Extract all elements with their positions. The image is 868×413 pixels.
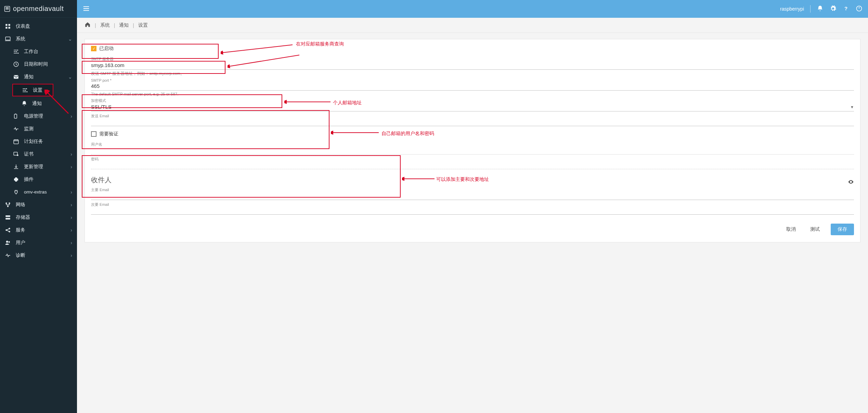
power-icon[interactable] xyxy=(856,5,863,13)
svg-rect-6 xyxy=(9,27,10,28)
sidebar-item-notify2[interactable]: 通知 xyxy=(0,97,77,110)
send-email-field[interactable]: 发送 Email xyxy=(91,113,854,126)
password-field[interactable]: 密码 xyxy=(91,156,854,169)
svg-rect-20 xyxy=(14,152,17,155)
sidebar-item-schedule[interactable]: 计划任务 xyxy=(0,135,77,148)
svg-point-24 xyxy=(7,205,9,207)
smtp-port-field[interactable]: SMTP port * 465 The default SMTP mail se… xyxy=(91,78,854,96)
chevron-right-icon: › xyxy=(70,253,72,258)
sidebar-item-notify[interactable]: 通知 ⌄ xyxy=(0,70,77,83)
form-panel: ✓ 已启动 SMTP 服务器 smyp.163.com 发送 SMTP 服务器地… xyxy=(85,39,860,242)
svg-rect-8 xyxy=(5,40,11,41)
sidebar-item-monitor[interactable]: 监测 xyxy=(0,122,77,135)
main: raspberrypi ? | 系统 | 通知 | 设置 ✓ 已启动 SMTP … xyxy=(77,0,868,413)
auth-label: 需要验证 xyxy=(99,131,118,137)
sidebar-item-services[interactable]: 服务 › xyxy=(0,224,77,236)
password-input[interactable] xyxy=(91,162,854,169)
sidebar-item-storage[interactable]: 存储器 › xyxy=(0,211,77,224)
svg-rect-17 xyxy=(14,114,17,118)
username-input[interactable] xyxy=(91,147,854,155)
laptop-icon xyxy=(5,36,11,42)
sidebar-item-cert[interactable]: 证书 › xyxy=(0,148,77,160)
svg-rect-18 xyxy=(15,114,16,114)
sidebar-item-label: 设置 xyxy=(33,87,42,93)
svg-rect-19 xyxy=(14,139,18,144)
sidebar-item-dashboard[interactable]: 仪表盘 xyxy=(0,20,77,32)
primary-email-input[interactable] xyxy=(91,192,854,200)
field-label: SMTP 服务器 xyxy=(91,56,854,62)
sidebar-item-diag[interactable]: 诊断 › xyxy=(0,249,77,262)
divider xyxy=(810,5,811,13)
bell-icon xyxy=(21,101,27,107)
send-email-input[interactable] xyxy=(91,119,854,126)
username-field[interactable]: 用户名 xyxy=(91,141,854,155)
crumb-system[interactable]: 系统 xyxy=(100,22,110,28)
enabled-label: 已启动 xyxy=(99,45,114,52)
checkbox-empty-icon[interactable] xyxy=(91,131,96,137)
svg-point-16 xyxy=(27,91,28,92)
primary-email-field[interactable]: 主要 Email xyxy=(91,187,854,200)
svg-point-30 xyxy=(6,241,8,243)
secondary-email-field[interactable]: 次要 Email xyxy=(91,201,854,215)
svg-point-21 xyxy=(17,154,18,156)
sidebar-item-network[interactable]: 网络 › xyxy=(0,198,77,211)
hamburger-icon[interactable] xyxy=(82,5,90,13)
sidebar-item-datetime[interactable]: 日期和时间 xyxy=(0,58,77,70)
secondary-email-input[interactable] xyxy=(91,207,854,215)
sidebar-item-label: 证书 xyxy=(24,151,34,157)
field-label: 主要 Email xyxy=(91,187,854,192)
gear-icon[interactable] xyxy=(830,5,837,13)
sidebar-item-label: 仪表盘 xyxy=(16,23,30,29)
users-icon xyxy=(5,240,11,246)
sidebar-item-label: 电源管理 xyxy=(24,113,43,119)
mail-icon xyxy=(13,74,19,80)
sidebar-item-label: 用户 xyxy=(16,240,25,246)
topbar: raspberrypi ? xyxy=(77,0,868,18)
smtp-server-field[interactable]: SMTP 服务器 smyp.163.com 发送 SMTP 服务器地址，例如：s… xyxy=(91,56,854,76)
sidebar-item-label: 计划任务 xyxy=(24,138,43,145)
sidebar: openmediavault 仪表盘 系统 ⌄ 工作台 日期和时间 通知 ⌄ 设… xyxy=(0,0,77,413)
auth-row[interactable]: 需要验证 xyxy=(91,130,854,140)
sidebar-item-label: 诊断 xyxy=(16,252,25,258)
sidebar-item-omv[interactable]: omv-extras › xyxy=(0,186,77,198)
sidebar-item-label: 网络 xyxy=(16,202,25,208)
chevron-right-icon: › xyxy=(70,240,72,245)
test-button[interactable]: 测试 xyxy=(807,224,823,235)
sidebar-item-label: omv-extras xyxy=(24,189,47,195)
sidebar-item-update[interactable]: 更新管理 › xyxy=(0,160,77,173)
encryption-field[interactable]: 加密模式 SSL/TLS ▼ xyxy=(91,97,854,111)
sidebar-item-plugins[interactable]: 插件 xyxy=(0,173,77,186)
sidebar-item-users[interactable]: 用户 › xyxy=(0,236,77,249)
eye-icon[interactable] xyxy=(848,179,854,186)
svg-rect-3 xyxy=(5,24,7,26)
smtp-server-input[interactable]: smyp.163.com xyxy=(91,62,854,70)
chevron-right-icon: › xyxy=(70,227,72,233)
crumb-settings[interactable]: 设置 xyxy=(138,22,148,28)
bell-icon[interactable] xyxy=(817,5,824,13)
sidebar-item-workbench[interactable]: 工作台 xyxy=(0,45,77,58)
form-actions: 取消 测试 保存 xyxy=(91,224,854,235)
sidebar-item-settings[interactable]: 设置 xyxy=(12,84,53,96)
certificate-icon xyxy=(13,151,19,157)
encryption-select[interactable]: SSL/TLS ▼ xyxy=(91,103,854,111)
sidebar-item-power[interactable]: 电源管理 › xyxy=(0,110,77,122)
svg-point-14 xyxy=(26,88,27,89)
smtp-port-input[interactable]: 465 xyxy=(91,82,854,91)
sidebar-item-label: 服务 xyxy=(16,227,25,233)
save-button[interactable]: 保存 xyxy=(831,224,854,235)
breadcrumb: | 系统 | 通知 | 设置 xyxy=(77,18,868,33)
puzzle-icon xyxy=(13,176,19,183)
home-icon[interactable] xyxy=(85,22,91,29)
checkbox-checked-icon[interactable]: ✓ xyxy=(91,46,96,51)
dashboard-icon xyxy=(5,23,11,29)
crumb-notify[interactable]: 通知 xyxy=(119,22,129,28)
cancel-button[interactable]: 取消 xyxy=(783,224,799,235)
sidebar-item-system[interactable]: 系统 ⌄ xyxy=(0,32,77,45)
chevron-down-icon: ⌄ xyxy=(68,74,72,80)
svg-point-22 xyxy=(5,202,7,204)
enabled-row[interactable]: ✓ 已启动 xyxy=(91,44,854,54)
svg-rect-26 xyxy=(5,218,10,219)
sidebar-item-label: 更新管理 xyxy=(24,164,43,170)
svg-point-10 xyxy=(16,51,17,52)
help-icon[interactable]: ? xyxy=(843,5,850,13)
